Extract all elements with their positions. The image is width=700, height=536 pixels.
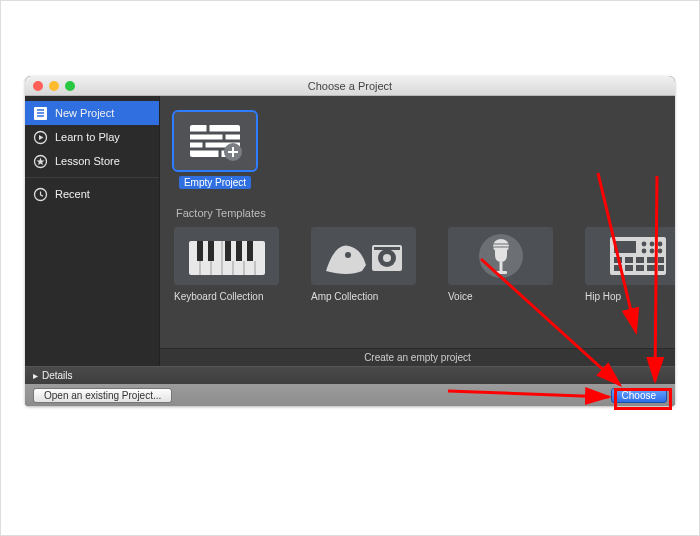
svg-rect-17 [208, 241, 214, 261]
svg-rect-39 [614, 241, 636, 253]
tile-amp-collection[interactable]: Amp Collection [311, 227, 416, 302]
microphone-icon [455, 231, 547, 281]
svg-point-27 [345, 252, 351, 258]
factory-templates-header: Factory Templates [176, 207, 661, 219]
bottom-toolbar: Open an existing Project... Choose [25, 384, 675, 406]
star-icon [33, 154, 48, 169]
tile-voice[interactable]: Voice [448, 227, 553, 302]
tile-label: Hip Hop [585, 291, 675, 302]
svg-rect-31 [374, 247, 400, 250]
project-chooser-window: Choose a Project New Project Learn to Pl… [25, 76, 675, 406]
sidebar-item-lesson-store[interactable]: Lesson Store [25, 149, 159, 173]
voice-thumb [448, 227, 553, 285]
info-bar: Create an empty project [160, 348, 675, 366]
svg-rect-37 [495, 271, 507, 274]
sidebar-item-new-project[interactable]: New Project [25, 101, 159, 125]
tile-empty-project[interactable]: Empty Project [174, 112, 256, 189]
svg-rect-55 [658, 265, 664, 271]
svg-point-45 [657, 249, 662, 254]
svg-rect-50 [658, 257, 664, 263]
svg-point-44 [649, 249, 654, 254]
svg-rect-52 [625, 265, 633, 271]
svg-marker-2 [39, 135, 44, 140]
sidebar-item-label: Learn to Play [55, 131, 120, 143]
svg-rect-51 [614, 265, 622, 271]
tile-label: Empty Project [179, 176, 251, 189]
canvas: Choose a Project New Project Learn to Pl… [0, 0, 700, 536]
project-tile-row: Empty Project [174, 112, 661, 189]
svg-rect-46 [614, 257, 622, 263]
svg-point-33 [493, 239, 509, 253]
empty-project-thumb [174, 112, 256, 170]
main-panel: Empty Project Factory Templates [160, 96, 675, 366]
svg-rect-19 [236, 241, 242, 261]
svg-rect-53 [636, 265, 644, 271]
empty-project-icon [184, 120, 246, 162]
svg-rect-47 [625, 257, 633, 263]
sidebar: New Project Learn to Play Lesson Store [25, 96, 160, 366]
hiphop-thumb [585, 227, 675, 285]
svg-rect-18 [225, 241, 231, 261]
sidebar-item-label: Lesson Store [55, 155, 120, 167]
svg-rect-20 [247, 241, 253, 261]
sidebar-separator [25, 177, 159, 178]
sidebar-item-label: New Project [55, 107, 114, 119]
window-title: Choose a Project [25, 80, 675, 92]
keyboard-thumb [174, 227, 279, 285]
disclosure-triangle-icon: ▸ [33, 370, 38, 381]
svg-point-41 [649, 242, 654, 247]
titlebar: Choose a Project [25, 76, 675, 96]
svg-point-40 [641, 242, 646, 247]
factory-template-row: Keyboard Collection [174, 227, 661, 302]
sidebar-item-learn-to-play[interactable]: Learn to Play [25, 125, 159, 149]
drum-machine-icon [592, 231, 676, 281]
sidebar-item-recent[interactable]: Recent [25, 182, 159, 206]
learn-icon [33, 130, 48, 145]
clock-icon [33, 187, 48, 202]
svg-rect-16 [197, 241, 203, 261]
tile-label: Keyboard Collection [174, 291, 279, 302]
open-existing-button[interactable]: Open an existing Project... [33, 388, 172, 403]
new-project-icon [33, 106, 48, 121]
svg-rect-48 [636, 257, 644, 263]
amp-thumb [311, 227, 416, 285]
guitar-amp-icon [318, 231, 410, 281]
details-label: Details [42, 370, 73, 381]
svg-point-43 [641, 249, 646, 254]
svg-point-30 [383, 254, 391, 262]
svg-marker-4 [37, 157, 45, 165]
tile-hip-hop[interactable]: Hip Hop [585, 227, 675, 302]
tile-label: Amp Collection [311, 291, 416, 302]
svg-rect-36 [499, 262, 502, 271]
choose-button[interactable]: Choose [611, 388, 667, 403]
tile-label: Voice [448, 291, 553, 302]
svg-point-42 [657, 242, 662, 247]
tile-keyboard-collection[interactable]: Keyboard Collection [174, 227, 279, 302]
svg-rect-54 [647, 265, 655, 271]
svg-rect-49 [647, 257, 655, 263]
piano-icon [181, 231, 273, 281]
window-body: New Project Learn to Play Lesson Store [25, 96, 675, 366]
details-toggle[interactable]: ▸ Details [25, 366, 675, 384]
sidebar-item-label: Recent [55, 188, 90, 200]
